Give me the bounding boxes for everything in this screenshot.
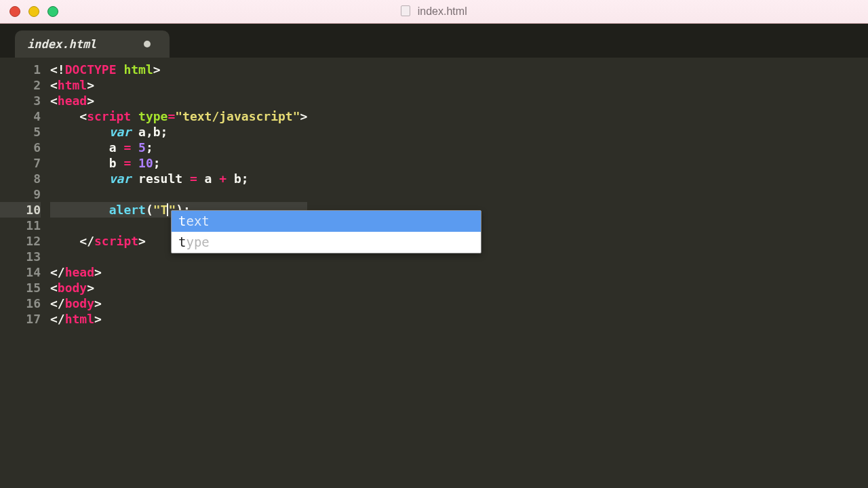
gutter-line-number: 15 (0, 280, 41, 296)
token-punc (131, 109, 138, 123)
code-line[interactable]: </body> (50, 296, 307, 311)
token-op: = (167, 109, 175, 123)
token-tag: script (94, 234, 138, 248)
code-area[interactable]: <!DOCTYPE html><html><head> <script type… (47, 58, 307, 488)
token-tag: head (58, 94, 87, 108)
window-title: index.html (0, 5, 868, 18)
tab-filename: index.html (27, 37, 96, 51)
token-op: = (123, 156, 131, 170)
token-kw: var (109, 171, 132, 186)
gutter-line-number: 16 (0, 296, 41, 311)
gutter-line-number: 5 (0, 124, 41, 140)
code-editor[interactable]: 1234567891011121314151617 <!DOCTYPE html… (0, 58, 868, 488)
token-tag: body (58, 281, 87, 295)
code-line[interactable]: <!DOCTYPE html> (50, 62, 307, 77)
traffic-lights (9, 6, 58, 17)
autocomplete-item[interactable]: text (172, 211, 481, 232)
token-punc: > (153, 62, 161, 77)
token-punc: < (50, 94, 58, 108)
token-punc: result (131, 171, 190, 186)
gutter-line-number: 10 (0, 202, 41, 218)
token-punc: < (50, 109, 87, 123)
code-line[interactable]: <head> (50, 93, 307, 108)
window-titlebar: index.html (0, 0, 868, 24)
code-line[interactable]: </head> (50, 264, 307, 280)
tab-dirty-icon (144, 41, 151, 47)
gutter-line-number: 4 (0, 108, 41, 124)
token-punc: > (87, 281, 94, 295)
token-punc: <! (50, 62, 65, 77)
token-str: "text/javascript" (175, 109, 300, 123)
token-punc (131, 140, 138, 155)
token-punc: < (50, 78, 58, 92)
gutter-line-number: 12 (0, 233, 41, 249)
token-str: "T (153, 203, 168, 217)
token-op: + (219, 171, 226, 186)
token-punc: ; (153, 156, 161, 170)
autocomplete-rest: ext (186, 214, 209, 228)
code-line[interactable]: var a,b; (50, 124, 307, 140)
window-title-text: index.html (418, 5, 467, 17)
gutter-line-number: 14 (0, 264, 41, 280)
window-zoom-button[interactable] (47, 6, 58, 17)
token-punc: a (197, 171, 220, 186)
gutter-line-number: 6 (0, 140, 41, 155)
gutter-line-number: 2 (0, 77, 41, 93)
token-punc: > (300, 109, 308, 123)
autocomplete-match: t (178, 214, 186, 228)
token-punc: a,b; (131, 125, 167, 139)
token-op: = (190, 171, 197, 186)
gutter: 1234567891011121314151617 (0, 58, 47, 488)
token-punc: < (50, 281, 58, 295)
token-punc (117, 62, 124, 77)
autocomplete-popup[interactable]: texttype (171, 210, 481, 253)
token-punc (131, 156, 138, 170)
tab-index-html[interactable]: index.html (15, 30, 170, 58)
autocomplete-rest: ype (186, 235, 209, 249)
token-fn: alert (109, 203, 146, 217)
token-punc: > (94, 296, 102, 310)
code-line[interactable]: b = 10; (50, 155, 307, 171)
token-punc (50, 203, 109, 217)
token-punc: </ (50, 234, 94, 248)
token-punc: > (87, 78, 94, 92)
code-line[interactable] (50, 186, 307, 202)
token-attr: type (138, 109, 167, 123)
autocomplete-match: t (178, 235, 186, 249)
window-minimize-button[interactable] (28, 6, 39, 17)
token-punc: b; (226, 171, 249, 186)
gutter-line-number: 17 (0, 311, 41, 327)
gutter-line-number: 1 (0, 62, 41, 77)
token-punc (50, 171, 109, 186)
gutter-line-number: 8 (0, 171, 41, 186)
token-punc: > (138, 234, 146, 248)
code-line[interactable]: <html> (50, 77, 307, 93)
token-attr: html (123, 62, 153, 77)
token-tag: script (87, 109, 131, 123)
token-punc: </ (50, 265, 65, 279)
token-punc: </ (50, 296, 65, 310)
token-punc (50, 125, 109, 139)
token-punc: > (87, 94, 94, 108)
window-close-button[interactable] (9, 6, 20, 17)
autocomplete-item[interactable]: type (172, 232, 481, 253)
tab-bar: index.html (0, 24, 868, 58)
token-tag: DOCTYPE (65, 62, 117, 77)
token-punc: a (50, 140, 123, 155)
token-punc: > (94, 312, 102, 326)
token-num: 5 (138, 140, 146, 155)
code-line[interactable]: var result = a + b; (50, 171, 307, 186)
token-punc: b (50, 156, 123, 170)
code-line[interactable]: <body> (50, 280, 307, 296)
code-line[interactable]: a = 5; (50, 140, 307, 155)
code-line[interactable]: <script type="text/javascript"> (50, 108, 307, 124)
gutter-line-number: 13 (0, 249, 41, 264)
token-kw: var (109, 125, 132, 139)
token-punc: ; (146, 140, 153, 155)
document-icon (401, 5, 410, 16)
code-line[interactable]: </html> (50, 311, 307, 327)
token-tag: html (65, 312, 94, 326)
gutter-line-number: 3 (0, 93, 41, 108)
token-punc: > (94, 265, 102, 279)
gutter-line-number: 11 (0, 218, 41, 233)
